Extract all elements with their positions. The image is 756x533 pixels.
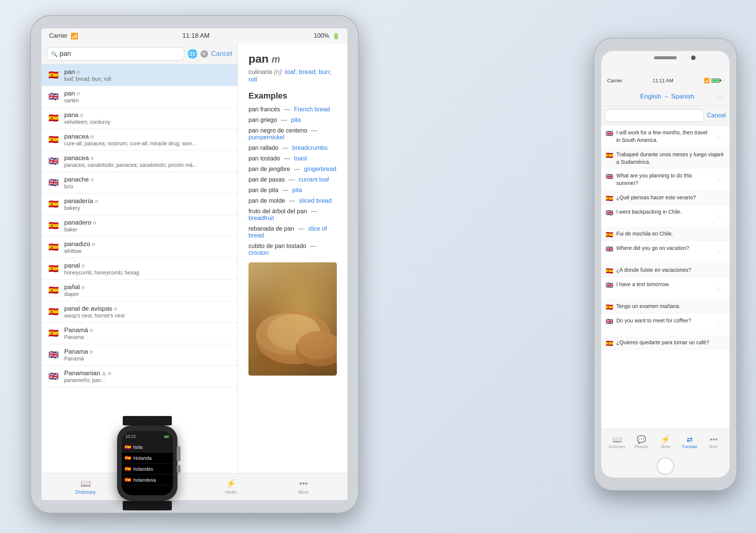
result-item[interactable]: 🇬🇧 Panamanian a, n panameño; pan...	[42, 366, 238, 387]
phrase-star-button[interactable]: ☆	[713, 129, 725, 145]
watch-item[interactable]: 🇪🇸 Holanda	[122, 453, 173, 464]
search-input[interactable]: pan	[60, 50, 180, 58]
clear-search-button[interactable]: ✕	[201, 50, 208, 58]
en-phrase: Where did you go on vacation?	[616, 245, 710, 252]
phrase-row-en: 🇬🇧 I went backpacking in Chile. ☆	[601, 205, 730, 226]
result-item[interactable]: 🇪🇸 Panamá n Panama	[42, 323, 238, 344]
search-input-wrap[interactable]: 🔍 pan	[47, 47, 184, 60]
iphone-favorite-button[interactable]: ☆	[717, 92, 724, 101]
phrase-star-button[interactable]: ☆	[713, 317, 725, 333]
iphone-phrases-icon: 💬	[637, 435, 646, 444]
watch-flag: 🇪🇸	[125, 455, 131, 461]
result-flag: 🇪🇸	[47, 133, 60, 146]
iphone-time: 11:11 AM	[653, 78, 673, 83]
example-item: pan de pita — pita	[248, 187, 337, 194]
iphone-tab-dictionary[interactable]: 📖 Dictionary	[607, 435, 628, 449]
result-item[interactable]: 🇪🇸 pan n loaf; bread; bun; roll	[42, 65, 238, 86]
es-flag: 🇪🇸	[606, 340, 613, 347]
example-item: pan francés — French bread	[248, 106, 337, 113]
watch-side-button	[177, 465, 181, 473]
watch-word: holandés	[133, 466, 153, 472]
result-item[interactable]: 🇪🇸 panal n honeycomb; honeycomb; hexag	[42, 258, 238, 280]
verbs-icon: ⚡	[226, 479, 236, 488]
phrase-star-button[interactable]: ☆	[713, 172, 725, 188]
ipad-tab-dictionary[interactable]: 📖 Dictionary	[70, 479, 100, 495]
result-def: bakery	[64, 205, 232, 211]
watch-crown	[177, 446, 181, 461]
iphone-translate-icon: ⇄	[687, 435, 693, 444]
iphone-device: Carrier 11:11 AM 📶 + English → Spanish ☆…	[594, 38, 737, 491]
phrase-pair: 🇬🇧 What are you planning to do this summ…	[601, 168, 730, 205]
phrase-star-button[interactable]: ☆	[713, 208, 725, 224]
result-flag: 🇪🇸	[47, 112, 60, 125]
result-item[interactable]: 🇬🇧 panache n brío	[42, 172, 238, 194]
iphone-more-label: More	[710, 445, 718, 449]
example-item: cubito de pan tostado — crouton	[248, 243, 337, 256]
iphone-home-button[interactable]	[657, 458, 674, 475]
result-flag: 🇪🇸	[47, 262, 60, 275]
watch-item[interactable]: 🇪🇸 hola	[122, 442, 173, 453]
result-def: panacea; sanalotodo; panacea; sanalotodo…	[64, 162, 232, 168]
iphone-battery-icon	[711, 79, 720, 83]
ipad-definition-panel: pan m culinario [n]: loaf; bread; bun; r…	[238, 43, 347, 473]
en-phrase: What are you planning to do this summer?	[616, 172, 710, 187]
watch-item[interactable]: 🇪🇸 holandesa	[122, 474, 173, 485]
ipad-main-content: 🔍 pan 🌐 ✕ Cancel 🇪🇸 pan n loaf; bread; b…	[42, 43, 347, 473]
phrase-star-button[interactable]: ☆	[713, 281, 725, 297]
result-item[interactable]: 🇪🇸 panal de avispas n wasp's nest; horne…	[42, 301, 238, 323]
es-phrase: Trabajaré durante unos meses y luego via…	[616, 151, 725, 166]
result-item[interactable]: 🇪🇸 panadizo n whitlow	[42, 237, 238, 258]
language-globe-button[interactable]: 🌐	[187, 49, 197, 59]
ipad-tab-verbs[interactable]: ⚡ Verbs	[216, 479, 246, 495]
result-item[interactable]: 🇪🇸 panacea n cure-all; panacea; nostrum;…	[42, 129, 238, 151]
result-item[interactable]: 🇪🇸 pañal n diaper	[42, 280, 238, 301]
phrase-pair: 🇬🇧 I have a test tomorrow. ☆ 🇪🇸 Tengo un…	[601, 277, 730, 313]
watch-device: 10:22 🇪🇸 hola 🇪🇸 Holanda 🇪🇸 holandés 🇪🇸 …	[110, 416, 185, 510]
en-flag: 🇬🇧	[606, 209, 613, 216]
example-item: fruto del árbol del pan — breadfruit	[248, 208, 337, 222]
result-item[interactable]: 🇬🇧 pan n sartén	[42, 86, 238, 108]
ipad-tab-bar: 📖 Dictionary 💬 Phrases ⚡ Verbs ••• More	[42, 473, 347, 500]
en-phrase: I will work for a few months, then trave…	[616, 129, 710, 144]
phrase-star-button[interactable]: ☆	[713, 245, 725, 260]
result-item[interactable]: 🇪🇸 pana n velveteen; corduroy	[42, 108, 238, 129]
iphone-tab-translate[interactable]: ⇄ Translate	[679, 435, 700, 449]
iphone-dictionary-label: Dictionary	[609, 445, 625, 449]
result-word: panacea n	[64, 133, 232, 140]
watch-item[interactable]: 🇪🇸 holandés	[122, 464, 173, 474]
wifi-icon: 📶	[71, 32, 78, 40]
cancel-search-button[interactable]: Cancel	[211, 50, 232, 58]
result-word: panadería n	[64, 197, 232, 205]
phrase-row-en: 🇬🇧 I have a test tomorrow. ☆	[601, 277, 730, 299]
es-flag: 🇪🇸	[606, 152, 613, 159]
result-item[interactable]: 🇬🇧 Panama n Panamá	[42, 344, 238, 366]
result-item[interactable]: 🇪🇸 panadero n baker	[42, 215, 238, 237]
result-item[interactable]: 🇪🇸 panadería n bakery	[42, 194, 238, 215]
search-icon: 🔍	[51, 51, 57, 57]
phrase-row-es: 🇪🇸 ¿Quieres quedarte para tomar un café?	[601, 335, 730, 349]
iphone-cancel-button[interactable]: Cancel	[707, 112, 726, 119]
phrase-row-en: 🇬🇧 I will work for a few months, then tr…	[601, 125, 730, 147]
more-icon: •••	[299, 479, 308, 488]
phrase-pair: 🇬🇧 Do you want to meet for coffee? ☆ 🇪🇸 …	[601, 313, 730, 350]
example-item: pan de pasas — currant loaf	[248, 176, 337, 183]
ipad-tab-more[interactable]: ••• More	[289, 479, 319, 495]
ipad-status-bar: Carrier 📶 11:18 AM 100% 🔋	[42, 28, 347, 43]
watch-status-bar: 10:22	[122, 431, 173, 442]
result-item[interactable]: 🇬🇧 panacea n panacea; sanalotodo; panace…	[42, 151, 238, 172]
phrase-row-es: 🇪🇸 Fui de mochila en Chile.	[601, 226, 730, 240]
result-flag: 🇪🇸	[47, 327, 60, 340]
phrase-pair: 🇬🇧 I will work for a few months, then tr…	[601, 125, 730, 168]
battery-icon-ipad: 🔋	[332, 32, 340, 40]
ipad-tab-more-label: More	[298, 490, 309, 495]
iphone-tab-verbs[interactable]: ⚡ Verbs	[655, 435, 676, 449]
example-item: rebanada de pan — slice of bread	[248, 225, 337, 239]
iphone-tab-phrases[interactable]: 💬 Phrases	[631, 435, 652, 449]
iphone-tab-more[interactable]: ••• More	[704, 435, 724, 449]
result-word: panacea n	[64, 154, 232, 162]
iphone-search-input[interactable]	[605, 109, 704, 122]
iphone-phrases-label: Phrases	[634, 445, 648, 449]
result-flag: 🇬🇧	[47, 90, 60, 103]
es-flag: 🇪🇸	[606, 303, 613, 311]
result-flag: 🇪🇸	[47, 241, 60, 254]
